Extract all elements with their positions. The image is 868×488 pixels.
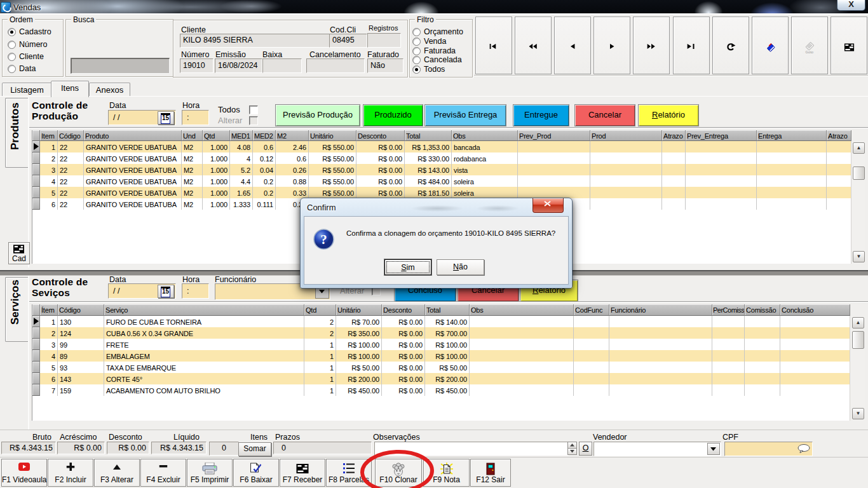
svg-text:Goto: Goto <box>806 50 813 54</box>
svg-text:?: ? <box>320 232 327 247</box>
